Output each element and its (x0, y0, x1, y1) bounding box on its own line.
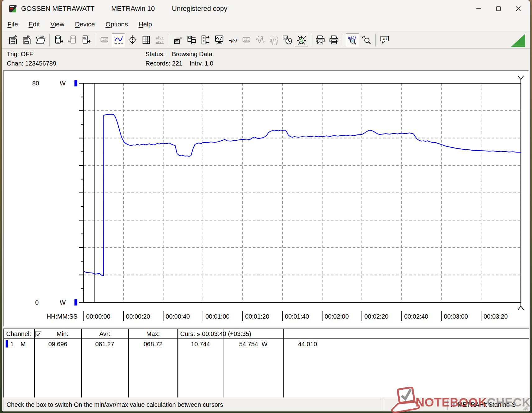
chart-plot-area[interactable]: 00:00:0000:00:2000:00:4000:01:0000:01:20… (4, 71, 528, 326)
write-device-button (66, 34, 79, 47)
close-button[interactable] (508, 0, 528, 17)
wave-envelope-button (268, 34, 280, 47)
cursor2-top-marker[interactable] (518, 76, 524, 83)
check-icon (36, 332, 41, 337)
status-bar: Check the box to switch On the min/avr/m… (3, 399, 529, 411)
zoom-signal-button[interactable] (346, 33, 359, 47)
minmax-checkbox[interactable] (35, 331, 42, 337)
x-tick-label: 00:02:20 (365, 313, 389, 320)
time-settings-button[interactable]: 12 (281, 34, 294, 47)
menu-help[interactable]: Help (139, 20, 152, 28)
status-message: Check the box to switch On the min/avr/m… (3, 400, 381, 410)
title-brand: GOSSEN METRAWATT (21, 5, 94, 13)
svg-text:M: M (84, 37, 86, 39)
table-divider (223, 329, 223, 397)
wave-cursors-button (254, 34, 266, 47)
cell-min: 09.696 (35, 341, 81, 348)
toolbar-separator (49, 34, 50, 46)
export-data-button[interactable] (172, 34, 184, 47)
acquisition-info-panel: Trig: OFF Chan: 123456789 Status: Browsi… (2, 49, 530, 70)
header-avr: Avr: (82, 330, 127, 338)
open-file-button[interactable] (34, 34, 47, 47)
toolbar-separator (343, 34, 343, 46)
table-divider (34, 329, 35, 397)
x-tick-label: 00:01:00 (205, 313, 230, 320)
menu-file[interactable]: File (7, 20, 18, 28)
chart-panel: 00:00:0000:00:2000:00:4000:01:0000:01:20… (3, 70, 529, 327)
x-tick-label: 00:02:00 (325, 313, 349, 320)
y-unit-bottom-label: W (60, 299, 66, 306)
online-monitor-button[interactable] (213, 34, 225, 47)
minimize-button[interactable] (469, 0, 488, 17)
close-icon (515, 6, 521, 12)
annotation-button[interactable]: 1/2 (378, 34, 391, 47)
header-max: Max: (129, 330, 177, 338)
cell-cursor1-value: 10.744 (178, 341, 222, 348)
x-tick-label: 00:03:00 (444, 313, 468, 320)
save-file-button[interactable] (7, 34, 19, 47)
print-chart-button[interactable] (314, 34, 326, 47)
table-view-button[interactable] (140, 34, 152, 47)
menu-device[interactable]: Device (75, 20, 95, 28)
status-label: Status: (145, 51, 165, 58)
status-device: !!! METRAHit Starline-S (447, 400, 527, 410)
svg-text:1257: 1257 (101, 38, 107, 41)
svg-text:1/2: 1/2 (382, 37, 387, 40)
channel-list-button[interactable] (199, 34, 212, 47)
save-as-button[interactable] (21, 34, 33, 47)
trigger-status: Trig: OFF (7, 51, 33, 58)
xy-view-button[interactable] (126, 34, 139, 47)
channel-status: Chan: 123456789 (7, 60, 56, 67)
print-report-button[interactable] (328, 34, 340, 47)
cell-cursor-delta: 44.010 (298, 341, 317, 348)
x-tick-label: 00:01:20 (245, 313, 269, 320)
title-app-name: METRAwin 10 (111, 5, 155, 13)
minimize-icon (475, 6, 482, 12)
window-controls (469, 0, 528, 17)
formula-button[interactable]: =f(x) (227, 34, 239, 47)
cursor2-bottom-marker[interactable] (518, 302, 524, 310)
table-divider (177, 329, 178, 397)
x-tick-label: 00:00:40 (166, 313, 190, 320)
channel-color-swatch (6, 340, 8, 347)
x-tick-label: 00:03:20 (484, 313, 508, 320)
zoom-curve-button[interactable] (360, 34, 373, 47)
x-tick-label: 00:02:40 (404, 313, 428, 320)
toolbar-separator (375, 34, 376, 46)
statistics-view-button (154, 34, 166, 47)
resize-grip[interactable] (522, 405, 528, 411)
x-tick-label: 00:00:00 (86, 313, 110, 320)
table-divider (81, 329, 82, 397)
x-tick-label: 00:01:40 (285, 313, 309, 320)
menu-view[interactable]: View (50, 20, 64, 28)
read-device-button[interactable] (53, 34, 65, 47)
yt-chart-view-button[interactable] (112, 33, 125, 47)
read-memory-button[interactable]: M (80, 34, 92, 47)
device-config-button[interactable] (186, 34, 198, 47)
maximize-button[interactable] (488, 0, 508, 17)
menu-options[interactable]: Options (105, 20, 128, 28)
cell-channel-mode: M (21, 341, 26, 348)
cell-cursor2-value: 54.754 W (224, 341, 283, 348)
cell-max: 068.72 (129, 341, 177, 348)
menu-edit[interactable]: Edit (29, 20, 40, 28)
toolbar-expand-triangle[interactable] (511, 34, 525, 47)
header-min: Min: (44, 330, 81, 338)
svg-text:=f(x): =f(x) (229, 38, 237, 43)
records-count: Records: 221 (145, 60, 182, 67)
app-logo-icon (9, 4, 17, 13)
power-curve (84, 114, 521, 276)
svg-text:12: 12 (284, 36, 287, 39)
table-divider (283, 329, 284, 397)
cursor2-number: 54.754 (239, 341, 258, 347)
measurement-table: Channel: Min: Avr: Max: Curs: » 00:03:40… (3, 329, 529, 397)
toolbar: M1257=f(x)321121/2 (2, 31, 530, 49)
debug-log-button[interactable] (295, 33, 308, 47)
toolbar-separator (95, 34, 95, 46)
menu-bar: File Edit View Device Options Help (2, 17, 530, 31)
channel-marker-bottom (74, 299, 77, 306)
y-min-label: 0 (35, 299, 39, 306)
status-value: Browsing Data (172, 51, 212, 58)
title-license: Unregistered copy (172, 5, 227, 13)
interval-value: Intrv. 1.0 (190, 60, 213, 67)
